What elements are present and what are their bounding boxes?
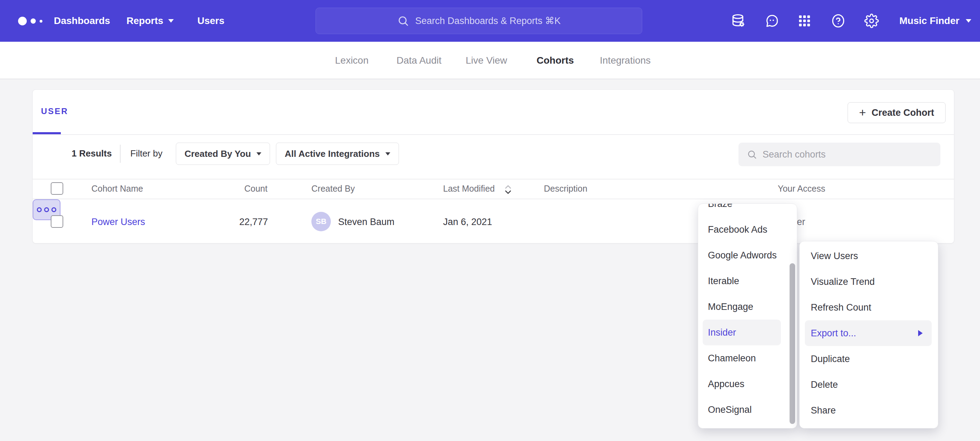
avatar: SB [311, 212, 331, 231]
dot-icon [51, 207, 56, 212]
user-section-tab[interactable]: USER [41, 106, 68, 116]
sort-icon[interactable] [504, 184, 512, 195]
last-modified-date: Jan 6, 2021 [443, 217, 492, 227]
settings-gear-icon[interactable] [864, 14, 879, 28]
logo-dot [40, 20, 42, 22]
export-submenu: Braze Facebook Ads Google Adwords Iterab… [698, 203, 797, 428]
create-cohort-button[interactable]: + Create Cohort [848, 102, 946, 123]
submenu-item-onesignal[interactable]: OneSignal [698, 397, 797, 423]
divider [120, 145, 121, 163]
menu-item-label: Delete [811, 379, 838, 390]
submenu-item-label: Braze [708, 203, 733, 209]
nav-link-reports[interactable]: Reports [127, 0, 174, 42]
table-header: Cohort Name Count Created By Last Modifi… [33, 179, 954, 199]
avatar-initials: SB [316, 217, 327, 226]
submenu-item-facebook-ads[interactable]: Facebook Ads [698, 217, 797, 243]
col-cohort-name: Cohort Name [91, 184, 143, 194]
menu-item-label: Share [811, 405, 836, 416]
submenu-item-insider[interactable]: Insider [703, 320, 781, 345]
menu-item-label: Export to... [811, 328, 856, 339]
col-your-access: Your Access [778, 184, 826, 194]
menu-item-label: View Users [811, 251, 858, 262]
search-icon [747, 149, 757, 160]
nav-link-users[interactable]: Users [197, 0, 224, 42]
cohort-search-input[interactable] [762, 149, 932, 160]
cohort-search-box[interactable] [738, 142, 940, 166]
col-count: Count [244, 184, 267, 194]
data-management-icon[interactable] [731, 14, 746, 28]
tab-data-audit[interactable]: Data Audit [396, 42, 441, 79]
project-name: Music Finder [899, 15, 959, 26]
tab-integrations[interactable]: Integrations [600, 42, 651, 79]
table-row: Power Users 22,777 SB Steven Baum Jan 6,… [33, 199, 954, 243]
filter-label: All Active Integrations [285, 149, 380, 159]
feedback-icon[interactable] [765, 14, 779, 28]
submenu-item-label: Insider [708, 327, 736, 338]
tab-cohorts[interactable]: Cohorts [536, 42, 574, 79]
submenu-item-label: MoEngage [708, 302, 753, 312]
submenu-item-braze[interactable]: Braze [698, 203, 797, 217]
apps-grid-icon[interactable] [797, 14, 812, 28]
your-access-value: er [797, 217, 805, 227]
menu-item-label: Visualize Trend [811, 276, 875, 287]
col-created-by: Created By [311, 184, 355, 194]
chevron-down-icon [966, 19, 971, 22]
tab-live-view[interactable]: Live View [466, 42, 507, 79]
project-selector[interactable]: Music Finder [899, 0, 971, 42]
help-icon[interactable] [831, 14, 845, 28]
col-last-modified[interactable]: Last Modified [443, 184, 495, 194]
chevron-down-icon [256, 152, 261, 155]
menu-item-view-users[interactable]: View Users [800, 243, 938, 269]
create-cohort-label: Create Cohort [872, 107, 934, 118]
menu-item-share[interactable]: Share [800, 398, 938, 423]
tab-label: Cohorts [536, 55, 574, 66]
nav-link-label: Dashboards [54, 15, 110, 26]
menu-item-delete[interactable]: Delete [800, 372, 938, 398]
submenu-item-chameleon[interactable]: Chameleon [698, 345, 797, 371]
mixpanel-logo-icon[interactable] [18, 17, 42, 26]
nav-link-label: Users [197, 15, 224, 26]
created-by-filter-dropdown[interactable]: Created By You [176, 142, 270, 165]
submenu-item-label: Google Adwords [708, 250, 777, 261]
cohort-count: 22,777 [207, 217, 268, 227]
menu-item-refresh-count[interactable]: Refresh Count [800, 295, 938, 320]
integrations-filter-dropdown[interactable]: All Active Integrations [276, 142, 399, 165]
logo-dot [30, 18, 36, 24]
col-description: Description [544, 184, 587, 194]
dot-icon [37, 207, 42, 212]
chevron-down-icon [385, 152, 390, 155]
nav-link-dashboards[interactable]: Dashboards [54, 0, 110, 42]
dot-icon [44, 207, 49, 212]
row-checkbox[interactable] [51, 215, 63, 228]
submenu-item-appcues[interactable]: Appcues [698, 371, 797, 397]
submenu-item-google-adwords[interactable]: Google Adwords [698, 243, 797, 268]
filter-by-label: Filter by [130, 148, 162, 159]
submenu-item-label: Facebook Ads [708, 224, 767, 235]
tab-lexicon[interactable]: Lexicon [335, 42, 369, 79]
chevron-down-icon [168, 19, 174, 22]
plus-icon: + [859, 106, 866, 118]
submenu-item-label: Chameleon [708, 353, 756, 364]
menu-item-export-to[interactable]: Export to... [805, 320, 932, 346]
global-search-placeholder: Search Dashboards & Reports ⌘K [415, 15, 561, 26]
select-all-checkbox[interactable] [51, 182, 63, 195]
submenu-item-label: Iterable [708, 276, 739, 287]
cohorts-card: USER + Create Cohort 1 Results Filter by… [32, 89, 954, 243]
tab-label: Integrations [600, 55, 651, 66]
nav-link-label: Reports [127, 15, 163, 26]
submenu-item-moengage[interactable]: MoEngage [698, 294, 797, 320]
logo-dot [18, 17, 27, 26]
submenu-arrow-icon [918, 330, 923, 336]
submenu-scrollbar[interactable] [789, 263, 795, 424]
row-context-menu: View Users Visualize Trend Refresh Count… [799, 241, 938, 428]
search-icon [397, 15, 409, 27]
global-search-input[interactable]: Search Dashboards & Reports ⌘K [315, 8, 642, 34]
submenu-item-iterable[interactable]: Iterable [698, 268, 797, 294]
created-by-name: Steven Baum [338, 217, 395, 227]
menu-item-duplicate[interactable]: Duplicate [800, 346, 938, 372]
menu-item-label: Refresh Count [811, 302, 871, 313]
menu-item-visualize-trend[interactable]: Visualize Trend [800, 269, 938, 295]
cohort-name-link[interactable]: Power Users [91, 217, 145, 227]
menu-item-label: Duplicate [811, 354, 850, 364]
top-nav: Dashboards Reports Users Search Dashboar… [0, 0, 980, 42]
